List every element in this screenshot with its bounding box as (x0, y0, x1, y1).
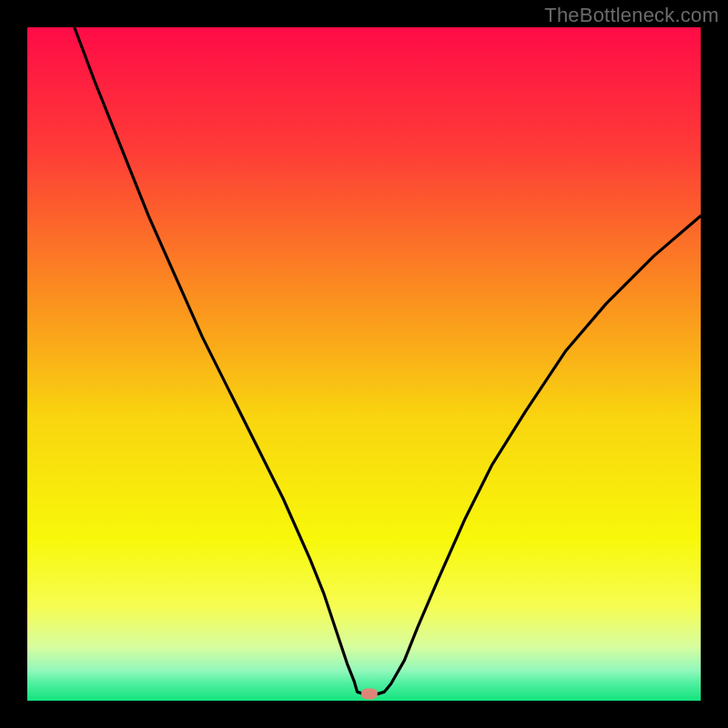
optimum-marker (361, 689, 378, 700)
bottleneck-chart (0, 0, 728, 728)
watermark-text: TheBottleneck.com (544, 4, 719, 27)
chart-frame: { "watermark": "TheBottleneck.com", "cha… (0, 0, 728, 728)
plot-background (27, 27, 701, 701)
